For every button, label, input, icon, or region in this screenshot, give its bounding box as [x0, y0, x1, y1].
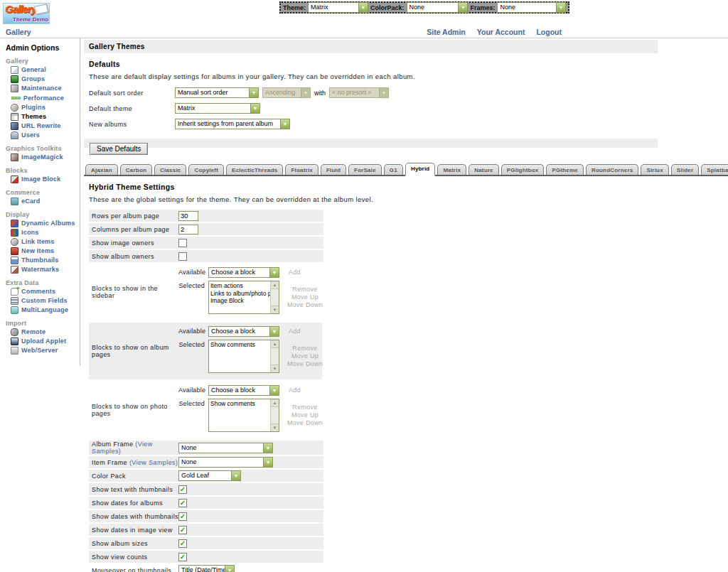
scroll-up-icon[interactable]: ▲	[271, 399, 279, 407]
sidebar-item-icons[interactable]: Icons	[11, 229, 78, 237]
blocks-photo-available-select[interactable]: Choose a block▼	[208, 385, 279, 396]
move-down-link[interactable]: Move Down	[284, 360, 326, 368]
remove-link[interactable]: Remove	[284, 404, 326, 411]
tab-g1[interactable]: G1	[384, 164, 403, 175]
sidebar-item-watermarks[interactable]: Watermarks	[11, 266, 78, 274]
item-frame-select[interactable]: None▼	[178, 457, 273, 468]
your-account-link[interactable]: Your Account	[477, 28, 525, 36]
blocks-sidebar-available-select[interactable]: Choose a block▼	[208, 267, 279, 278]
sidebar-item-comments[interactable]: Comments	[11, 288, 78, 296]
tab-slider[interactable]: Slider	[671, 164, 699, 175]
sidebar-item-remote[interactable]: Remote	[11, 328, 78, 336]
sidebar-item-url-rewrite[interactable]: URL Rewrite	[11, 122, 78, 130]
sidebar-item-web-server[interactable]: Web/Server	[11, 347, 78, 355]
move-up-link[interactable]: Move Up	[284, 293, 326, 301]
tab-pglightbox[interactable]: PGlightbox	[501, 164, 545, 175]
sort-order-select[interactable]: Manual sort order▼	[175, 87, 259, 98]
scroll-down-icon[interactable]: ▼	[271, 365, 279, 372]
tab-floatrix[interactable]: Floatrix	[285, 164, 318, 175]
list-item[interactable]: Image Block	[210, 297, 269, 305]
sidebar-item-thumbnails[interactable]: Thumbnails	[11, 257, 78, 264]
show-dates-image-checkbox[interactable]	[178, 526, 187, 534]
theme-select[interactable]: Matrix▼	[308, 2, 368, 13]
view-samples-link[interactable]: (View Samples)	[129, 459, 178, 466]
scrollbar[interactable]: ▲▼	[270, 340, 279, 372]
site-admin-link[interactable]: Site Admin	[427, 28, 465, 36]
gallery-logo[interactable]: Gallery Theme Demo	[3, 3, 50, 24]
default-theme-select[interactable]: Matrix▼	[175, 103, 260, 114]
show-image-owners-checkbox[interactable]	[178, 239, 187, 247]
blocks-album-selected-list[interactable]: Show comments ▲▼	[208, 340, 279, 373]
sidebar-item-plugins[interactable]: Plugins	[11, 104, 78, 112]
scrollbar[interactable]: ▲▼	[270, 399, 279, 431]
tab-forsale[interactable]: ForSale	[348, 164, 382, 175]
move-up-link[interactable]: Move Up	[284, 411, 326, 419]
sidebar-item-themes[interactable]: Themes	[11, 113, 78, 121]
sidebar-item-performance[interactable]: Performance	[11, 94, 78, 102]
new-albums-select[interactable]: Inherit settings from parent album▼	[175, 119, 290, 129]
sidebar-item-ecard[interactable]: eCard	[11, 198, 78, 205]
tab-carbon[interactable]: Carbon	[120, 164, 152, 175]
tab-fluid[interactable]: Fluid	[321, 164, 346, 175]
show-dates-albums-checkbox[interactable]	[178, 499, 187, 507]
list-item[interactable]: Item actions	[210, 282, 269, 290]
scrollbar[interactable]: ▲▼	[270, 281, 279, 313]
tab-ajaxian[interactable]: Ajaxian	[85, 164, 118, 175]
sidebar-item-maintenance[interactable]: Maintenance	[11, 85, 78, 92]
sidebar-item-new-items[interactable]: New Items	[11, 247, 78, 255]
sidebar-item-multilanguage[interactable]: MultiLanguage	[11, 306, 78, 314]
list-item[interactable]: Links to album/photo peers	[210, 290, 269, 298]
move-down-link[interactable]: Move Down	[284, 419, 326, 427]
logout-link[interactable]: Logout	[536, 28, 562, 36]
tab-hybrid[interactable]: Hybrid	[405, 163, 436, 176]
scroll-down-icon[interactable]: ▼	[271, 423, 279, 431]
color-pack-select[interactable]: Gold Leaf▼	[178, 470, 241, 481]
move-up-link[interactable]: Move Up	[284, 352, 326, 360]
sidebar-item-link-items[interactable]: Link Items	[11, 238, 78, 246]
show-view-counts-checkbox[interactable]	[178, 553, 187, 561]
tab-splatbang[interactable]: Splatbang	[701, 164, 728, 175]
scroll-up-icon[interactable]: ▲	[271, 340, 279, 348]
rows-per-page-input[interactable]	[178, 211, 198, 221]
tab-nature[interactable]: Nature	[469, 164, 499, 175]
mouseover-select[interactable]: Title (Date/Time)▼	[178, 565, 235, 572]
sidebar-item-upload-applet[interactable]: Upload Applet	[11, 338, 78, 345]
blocks-sidebar-selected-list[interactable]: Item actions Links to album/photo peers …	[208, 281, 279, 314]
move-down-link[interactable]: Move Down	[284, 301, 326, 309]
colorpack-select[interactable]: None▼	[407, 2, 469, 13]
breadcrumb-gallery-link[interactable]: Gallery	[6, 28, 31, 36]
tab-roundcorners[interactable]: RoundCorners	[586, 164, 638, 175]
tab-matrix[interactable]: Matrix	[437, 164, 466, 175]
sidebar-item-groups[interactable]: Groups	[11, 75, 78, 83]
add-link[interactable]: Add	[289, 385, 301, 394]
remove-link[interactable]: Remove	[284, 345, 326, 352]
sidebar-item-custom-fields[interactable]: Custom Fields	[11, 297, 78, 305]
tab-eclecticthreads[interactable]: EclecticThreads	[226, 164, 283, 175]
album-frame-select[interactable]: None▼	[178, 443, 273, 453]
list-item[interactable]: Show comments	[210, 341, 269, 349]
show-text-thumbs-checkbox[interactable]	[178, 485, 187, 494]
save-defaults-button[interactable]: Save Defaults	[90, 143, 148, 155]
scroll-up-icon[interactable]: ▲	[271, 281, 279, 289]
remove-link[interactable]: Remove	[284, 286, 326, 293]
sidebar-item-dynamic-albums[interactable]: Dynamic Albums	[11, 220, 78, 227]
blocks-photo-selected-list[interactable]: Show comments ▲▼	[208, 399, 279, 432]
tab-siriux[interactable]: Siriux	[641, 164, 668, 175]
blocks-album-available-select[interactable]: Choose a block▼	[208, 326, 279, 337]
show-album-sizes-checkbox[interactable]	[178, 539, 187, 548]
add-link[interactable]: Add	[289, 326, 301, 335]
show-album-owners-checkbox[interactable]	[178, 252, 187, 261]
sidebar-item-general[interactable]: General	[11, 66, 78, 74]
frames-select[interactable]: None▼	[497, 2, 566, 13]
sidebar-item-image-block[interactable]: Image Block	[11, 176, 78, 183]
tab-copyleft[interactable]: Copyleft	[188, 164, 224, 175]
sidebar-item-imagemagick[interactable]: ImageMagick	[11, 153, 78, 161]
show-dates-thumbs-checkbox[interactable]	[178, 512, 187, 521]
list-item[interactable]: Show comments	[210, 400, 269, 408]
tab-pgtheme[interactable]: PGtheme	[546, 164, 584, 175]
add-link[interactable]: Add	[289, 267, 301, 276]
columns-per-page-input[interactable]	[178, 225, 198, 234]
tab-classic[interactable]: Classic	[154, 164, 186, 175]
scroll-down-icon[interactable]: ▼	[271, 306, 279, 313]
sidebar-item-users[interactable]: Users	[11, 131, 78, 139]
